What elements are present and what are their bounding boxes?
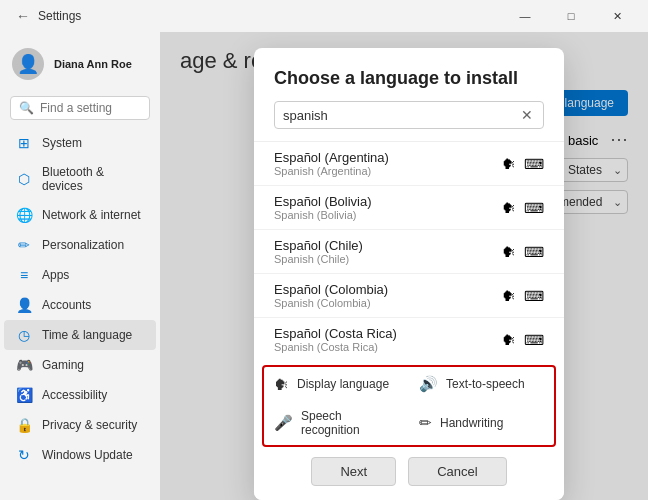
sidebar-item-label: Time & language [42, 328, 132, 342]
text-to-speech-icon: 🔊 [419, 375, 438, 393]
language-name: Español (Chile) [274, 238, 502, 253]
speech-icon: 🗣 [502, 288, 516, 304]
main-layout: 👤 Diana Ann Roe 🔍 ⊞ System ⬡ Bluetooth &… [0, 32, 648, 500]
features-box: 🗣 Display language 🔊 Text-to-speech 🎤 Sp… [262, 365, 556, 447]
language-native: Spanish (Colombia) [274, 297, 502, 309]
gaming-icon: 🎮 [16, 357, 32, 373]
system-icon: ⊞ [16, 135, 32, 151]
keyboard-icon: ⌨ [524, 156, 544, 172]
sidebar-item-system[interactable]: ⊞ System [4, 128, 156, 158]
list-item[interactable]: Español (Chile) Spanish (Chile) 🗣 ⌨ [254, 230, 564, 274]
close-button[interactable]: ✕ [594, 0, 640, 32]
maximize-button[interactable]: □ [548, 0, 594, 32]
title-bar-left: ← Settings [16, 8, 81, 24]
sidebar-item-label: Gaming [42, 358, 84, 372]
language-native: Spanish (Argentina) [274, 165, 502, 177]
keyboard-icon: ⌨ [524, 200, 544, 216]
sidebar-item-windows-update[interactable]: ↻ Windows Update [4, 440, 156, 470]
language-native: Spanish (Chile) [274, 253, 502, 265]
sidebar-item-network[interactable]: 🌐 Network & internet [4, 200, 156, 230]
sidebar-item-label: Network & internet [42, 208, 141, 222]
modal-footer: Next Cancel [254, 447, 564, 500]
window-title: Settings [38, 9, 81, 23]
sidebar-item-label: Privacy & security [42, 418, 137, 432]
sidebar-item-label: Bluetooth & devices [42, 165, 144, 193]
handwriting-feature: ✏ Handwriting [409, 401, 554, 445]
list-item[interactable]: Español (Costa Rica) Spanish (Costa Rica… [254, 318, 564, 361]
sidebar-item-gaming[interactable]: 🎮 Gaming [4, 350, 156, 380]
sidebar-item-accounts[interactable]: 👤 Accounts [4, 290, 156, 320]
sidebar-item-label: System [42, 136, 82, 150]
title-bar-controls: — □ ✕ [502, 0, 640, 32]
keyboard-icon: ⌨ [524, 288, 544, 304]
network-icon: 🌐 [16, 207, 32, 223]
search-input[interactable] [40, 101, 141, 115]
handwriting-label: Handwriting [440, 416, 503, 430]
apps-icon: ≡ [16, 267, 32, 283]
display-language-label: Display language [297, 377, 389, 391]
search-box[interactable]: 🔍 [10, 96, 150, 120]
language-name: Español (Costa Rica) [274, 326, 502, 341]
list-item[interactable]: Español (Argentina) Spanish (Argentina) … [254, 142, 564, 186]
next-button[interactable]: Next [311, 457, 396, 486]
sidebar-item-label: Windows Update [42, 448, 133, 462]
list-item[interactable]: Español (Bolivia) Spanish (Bolivia) 🗣 ⌨ [254, 186, 564, 230]
text-to-speech-feature: 🔊 Text-to-speech [409, 367, 554, 401]
sidebar-item-accessibility[interactable]: ♿ Accessibility [4, 380, 156, 410]
handwriting-icon: ✏ [419, 414, 432, 432]
title-bar: ← Settings — □ ✕ [0, 0, 648, 32]
sidebar-item-time[interactable]: ◷ Time & language [4, 320, 156, 350]
avatar: 👤 [12, 48, 44, 80]
windows-update-icon: ↻ [16, 447, 32, 463]
speech-icon: 🗣 [502, 332, 516, 348]
sidebar-item-personalization[interactable]: ✏ Personalization [4, 230, 156, 260]
settings-window: ← Settings — □ ✕ 👤 Diana Ann Roe 🔍 ⊞ [0, 0, 648, 500]
speech-icon: 🗣 [502, 156, 516, 172]
user-profile[interactable]: 👤 Diana Ann Roe [0, 40, 160, 92]
bluetooth-icon: ⬡ [16, 171, 32, 187]
speech-icon: 🗣 [502, 244, 516, 260]
modal-search-input[interactable] [283, 108, 519, 123]
speech-recognition-label: Speech recognition [301, 409, 399, 437]
time-icon: ◷ [16, 327, 32, 343]
content-area: age & region English (United States) Add… [160, 32, 648, 500]
speech-recognition-feature: 🎤 Speech recognition [264, 401, 409, 445]
modal-search-clear-button[interactable]: ✕ [519, 107, 535, 123]
language-list: Español (Argentina) Spanish (Argentina) … [254, 141, 564, 361]
cancel-button[interactable]: Cancel [408, 457, 506, 486]
language-name: Español (Argentina) [274, 150, 502, 165]
back-icon[interactable]: ← [16, 8, 30, 24]
accounts-icon: 👤 [16, 297, 32, 313]
sidebar-item-label: Apps [42, 268, 69, 282]
privacy-icon: 🔒 [16, 417, 32, 433]
sidebar-item-bluetooth[interactable]: ⬡ Bluetooth & devices [4, 158, 156, 200]
display-language-feature: 🗣 Display language [264, 367, 409, 401]
speech-recognition-icon: 🎤 [274, 414, 293, 432]
text-to-speech-label: Text-to-speech [446, 377, 525, 391]
keyboard-icon: ⌨ [524, 332, 544, 348]
language-name: Español (Colombia) [274, 282, 502, 297]
sidebar-item-label: Personalization [42, 238, 124, 252]
sidebar-item-label: Accessibility [42, 388, 107, 402]
sidebar-item-apps[interactable]: ≡ Apps [4, 260, 156, 290]
language-native: Spanish (Bolivia) [274, 209, 502, 221]
sidebar-item-privacy[interactable]: 🔒 Privacy & security [4, 410, 156, 440]
speech-icon: 🗣 [502, 200, 516, 216]
list-item[interactable]: Español (Colombia) Spanish (Colombia) 🗣 … [254, 274, 564, 318]
minimize-button[interactable]: — [502, 0, 548, 32]
sidebar: 👤 Diana Ann Roe 🔍 ⊞ System ⬡ Bluetooth &… [0, 32, 160, 500]
search-icon: 🔍 [19, 101, 34, 115]
accessibility-icon: ♿ [16, 387, 32, 403]
modal-header: Choose a language to install ✕ [254, 48, 564, 141]
keyboard-icon: ⌨ [524, 244, 544, 260]
language-name: Español (Bolivia) [274, 194, 502, 209]
personalization-icon: ✏ [16, 237, 32, 253]
language-native: Spanish (Costa Rica) [274, 341, 502, 353]
sidebar-item-label: Accounts [42, 298, 91, 312]
modal-overlay: Choose a language to install ✕ Español (… [160, 32, 648, 500]
display-language-icon: 🗣 [274, 376, 289, 393]
modal-search-box[interactable]: ✕ [274, 101, 544, 129]
language-install-dialog: Choose a language to install ✕ Español (… [254, 48, 564, 500]
modal-title: Choose a language to install [274, 68, 544, 89]
user-name: Diana Ann Roe [54, 57, 132, 71]
